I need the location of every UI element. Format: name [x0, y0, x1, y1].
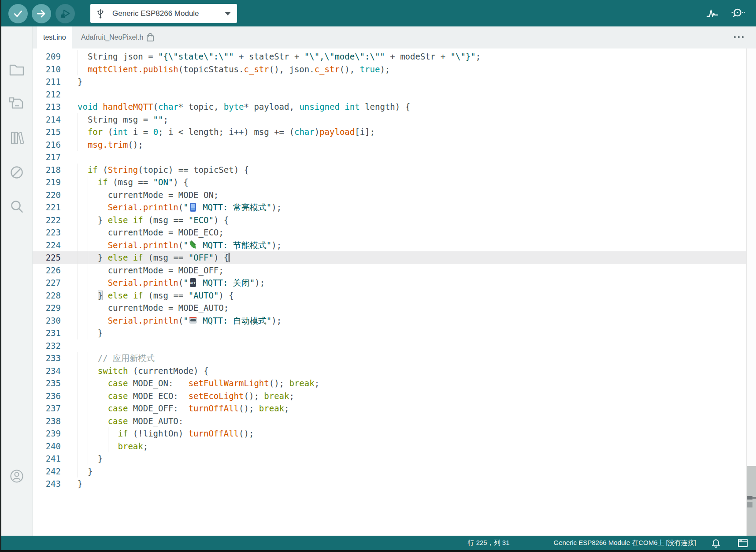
code-text[interactable]: Serial.println(" MQTT: 自动模式"); — [78, 314, 746, 327]
code-line-210[interactable]: 210mqttClient.publish(topicStatus.c_str(… — [33, 63, 746, 76]
code-text[interactable]: } else if (msg == "AUTO") { — [78, 289, 746, 302]
code-text[interactable] — [78, 151, 746, 164]
code-line-232[interactable]: 232 — [33, 339, 746, 352]
notifications-bell-icon[interactable] — [711, 538, 721, 548]
editor-scrollbar[interactable] — [746, 48, 756, 536]
code-line-239[interactable]: 239if (!lightOn) turnOffAll(); — [33, 427, 746, 440]
code-text[interactable]: if (String(topic) == topicSet) { — [78, 164, 746, 176]
line-number[interactable]: 214 — [33, 113, 78, 126]
line-number[interactable]: 219 — [33, 176, 78, 189]
code-text[interactable]: String json = "{\"state\":\"" + stateStr… — [78, 50, 746, 63]
code-line-221[interactable]: 221Serial.println(" MQTT: 常亮模式"); — [33, 201, 746, 214]
code-line-238[interactable]: 238case MODE_AUTO: — [33, 415, 746, 428]
line-number[interactable]: 224 — [33, 239, 78, 252]
code-text[interactable]: Serial.println(" MQTT: 节能模式"); — [78, 239, 746, 252]
code-text[interactable]: switch (currentMode) { — [78, 365, 746, 377]
tab-adafruit-neopixel[interactable]: Adafruit_NeoPixel.h — [75, 26, 160, 48]
code-text[interactable]: String msg = ""; — [78, 113, 746, 126]
line-number[interactable]: 231 — [33, 327, 78, 339]
line-number[interactable]: 236 — [33, 390, 78, 403]
code-line-217[interactable]: 217 — [33, 151, 746, 164]
code-line-243[interactable]: 243} — [33, 477, 746, 490]
code-text[interactable]: currentMode = MODE_OFF; — [78, 264, 746, 277]
line-number[interactable]: 220 — [33, 189, 78, 201]
code-line-222[interactable]: 222} else if (msg == "ECO") { — [33, 214, 746, 227]
code-line-231[interactable]: 231} — [33, 327, 746, 339]
code-text[interactable] — [78, 88, 746, 101]
code-text[interactable]: case MODE_ECO: setEcoLight(); break; — [78, 390, 746, 403]
code-text[interactable]: Serial.println(" MQTT: 常亮模式"); — [78, 201, 746, 214]
code-text[interactable]: for (int i = 0; i < length; i++) msg += … — [78, 126, 746, 138]
code-text[interactable]: Serial.println(" MQTT: 关闭"); — [78, 276, 746, 289]
line-number[interactable]: 228 — [33, 289, 78, 302]
code-line-212[interactable]: 212 — [33, 88, 746, 101]
code-text[interactable]: break; — [78, 440, 746, 453]
scrollbar-thumb[interactable] — [747, 466, 756, 536]
code-line-242[interactable]: 242} — [33, 465, 746, 478]
verify-button[interactable] — [8, 4, 28, 23]
code-line-236[interactable]: 236case MODE_ECO: setEcoLight(); break; — [33, 390, 746, 403]
code-text[interactable]: mqttClient.publish(topicStatus.c_str(), … — [78, 63, 746, 76]
line-number[interactable]: 242 — [33, 465, 78, 478]
code-line-229[interactable]: 229currentMode = MODE_AUTO; — [33, 302, 746, 314]
line-number[interactable]: 221 — [33, 201, 78, 214]
code-text[interactable] — [78, 339, 746, 352]
code-text[interactable]: case MODE_ON: setFullWarmLight(); break; — [78, 377, 746, 390]
code-text[interactable]: currentMode = MODE_AUTO; — [78, 302, 746, 314]
code-text[interactable]: if (msg == "ON") { — [78, 176, 746, 189]
line-number[interactable]: 233 — [33, 352, 78, 365]
code-line-237[interactable]: 237case MODE_OFF: turnOffAll(); break; — [33, 402, 746, 415]
code-text[interactable]: msg.trim(); — [78, 138, 746, 151]
line-number[interactable]: 237 — [33, 402, 78, 415]
upload-button[interactable] — [32, 4, 51, 23]
toggle-panel-icon[interactable] — [737, 538, 748, 548]
code-line-213[interactable]: 213void handleMQTT(char* topic, byte* pa… — [33, 101, 746, 113]
code-line-240[interactable]: 240break; — [33, 440, 746, 453]
library-manager-icon[interactable] — [8, 130, 25, 146]
code-line-233[interactable]: 233// 应用新模式 — [33, 352, 746, 365]
line-number[interactable]: 243 — [33, 477, 78, 490]
code-line-241[interactable]: 241} — [33, 452, 746, 465]
line-number[interactable]: 227 — [33, 276, 78, 289]
tab-test-ino[interactable]: test.ino — [37, 26, 72, 48]
code-text[interactable]: } else if (msg == "ECO") { — [78, 214, 746, 227]
board-selector[interactable]: Generic ESP8266 Module — [90, 4, 237, 23]
line-number[interactable]: 239 — [33, 427, 78, 440]
code-text[interactable]: currentMode = MODE_ECO; — [78, 226, 746, 239]
code-line-235[interactable]: 235case MODE_ON: setFullWarmLight(); bre… — [33, 377, 746, 390]
code-text[interactable]: } — [78, 327, 746, 339]
line-number[interactable]: 209 — [33, 50, 78, 63]
code-editor[interactable]: 209String json = "{\"state\":\"" + state… — [33, 48, 746, 536]
code-text[interactable]: // 应用新模式 — [78, 352, 746, 365]
line-number[interactable]: 234 — [33, 365, 78, 377]
code-text[interactable]: } — [78, 465, 746, 478]
code-line-214[interactable]: 214String msg = ""; — [33, 113, 746, 126]
code-line-234[interactable]: 234switch (currentMode) { — [33, 365, 746, 377]
line-number[interactable]: 212 — [33, 88, 78, 101]
serial-plotter-icon[interactable] — [706, 7, 719, 19]
more-options-icon[interactable] — [734, 36, 746, 40]
code-line-219[interactable]: 219if (msg == "ON") { — [33, 176, 746, 189]
code-line-227[interactable]: 227Serial.println(" MQTT: 关闭"); — [33, 276, 746, 289]
line-number[interactable]: 241 — [33, 452, 78, 465]
cursor-position[interactable]: 行 225，列 31 — [468, 539, 510, 547]
code-line-223[interactable]: 223currentMode = MODE_ECO; — [33, 226, 746, 239]
code-text[interactable]: case MODE_AUTO: — [78, 415, 746, 428]
code-line-218[interactable]: 218if (String(topic) == topicSet) { — [33, 164, 746, 176]
code-text[interactable]: } — [78, 75, 746, 88]
code-text[interactable]: } else if (msg == "OFF") { — [78, 251, 746, 264]
line-number[interactable]: 218 — [33, 164, 78, 176]
code-text[interactable]: } — [78, 452, 746, 465]
board-connection-status[interactable]: Generic ESP8266 Module 在COM6上 [没有连接] — [554, 539, 696, 547]
code-text[interactable]: } — [78, 477, 746, 490]
line-number[interactable]: 223 — [33, 226, 78, 239]
line-number[interactable]: 238 — [33, 415, 78, 428]
line-number[interactable]: 240 — [33, 440, 78, 453]
code-line-216[interactable]: 216msg.trim(); — [33, 138, 746, 151]
line-number[interactable]: 213 — [33, 101, 78, 113]
code-line-226[interactable]: 226currentMode = MODE_OFF; — [33, 264, 746, 277]
line-number[interactable]: 211 — [33, 75, 78, 88]
code-line-228[interactable]: 228} else if (msg == "AUTO") { — [33, 289, 746, 302]
line-number[interactable]: 222 — [33, 214, 78, 227]
code-line-211[interactable]: 211} — [33, 75, 746, 88]
